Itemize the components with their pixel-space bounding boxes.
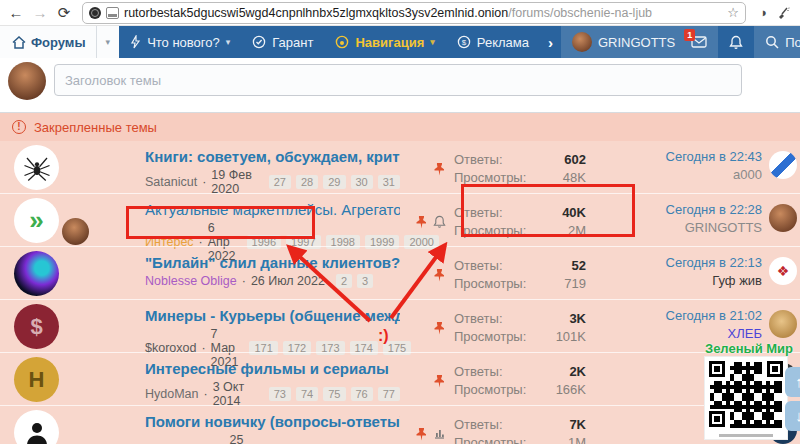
thread-title-input[interactable]: [54, 64, 742, 96]
views-value: 166K: [526, 382, 590, 397]
double-chevron-avatar[interactable]: »: [14, 198, 59, 243]
qr-label: Зеленый Мир: [705, 341, 789, 356]
last-post-time-link[interactable]: Сегодня в 22:13: [590, 255, 762, 270]
last-post-time-link[interactable]: Сегодня в 22:28: [590, 202, 762, 217]
views-label: Просмотры:: [454, 223, 526, 238]
navigation-icon: [335, 35, 349, 49]
page-badge[interactable]: 75: [323, 387, 345, 401]
thread-row: "Билайн" слил данные клиентов? Noblesse …: [0, 246, 800, 299]
recent-poster-avatar[interactable]: [62, 218, 89, 245]
thread-date: 3 Окт 2014: [213, 380, 258, 408]
browser-toolbar: ← → ⟳ rutorbestak5dgucswi5wgd4cnpnlhnbx5…: [0, 0, 800, 26]
page-badge[interactable]: 3: [357, 274, 373, 288]
page-badge[interactable]: 73: [269, 387, 291, 401]
last-poster-avatar[interactable]: ❖: [769, 257, 797, 285]
thread-author-link[interactable]: Satanicut: [145, 175, 197, 189]
nav-forums-tab[interactable]: Форумы: [0, 26, 96, 58]
new-thread-bar: [0, 58, 800, 113]
nav-navigation[interactable]: Навигация ▾: [324, 26, 445, 58]
onion-site-icon: [89, 7, 101, 19]
url-text[interactable]: rutorbestak5dgucswi5wgd4cnpnlhnbx5zlgmxq…: [124, 6, 652, 20]
thread-date: 25 Янв 2015: [230, 433, 258, 444]
forum-navbar: Форумы ▾ Что нового? ▾ Гарант Навигация …: [0, 26, 800, 58]
thread-title-link[interactable]: Минеры - Курьеры (общение между собой): [145, 307, 400, 324]
spider-icon: [22, 153, 52, 183]
views-label: Просмотры:: [454, 276, 526, 291]
shield-icon[interactable]: ◑: [754, 5, 772, 20]
last-post-time-link[interactable]: Сегодня в 22:43: [590, 149, 762, 164]
inbox-button[interactable]: 1: [691, 36, 707, 48]
thread-title-link[interactable]: Интересные фильмы и сериалы: [145, 360, 400, 377]
views-label: Просмотры:: [454, 382, 526, 397]
last-poster-avatar[interactable]: [769, 310, 797, 338]
replies-label: Ответы:: [454, 311, 526, 326]
thread-title-link[interactable]: "Билайн" слил данные клиентов?: [145, 254, 400, 271]
nav-ads[interactable]: $ Реклама: [446, 26, 540, 58]
nav-user-menu[interactable]: GRINGOTTS 1: [561, 26, 718, 58]
pinned-section-header: ! Закрепленные темы: [0, 113, 800, 141]
page-badge[interactable]: 74: [296, 387, 318, 401]
scroll-down-button[interactable]: ↓: [785, 401, 800, 431]
last-post-user: ХЛЕБ: [590, 326, 762, 341]
thread-row: » Актуальные маркетплейсы. Агрегатор нов…: [0, 193, 800, 246]
page-badge[interactable]: 27: [269, 175, 291, 189]
dollar-avatar[interactable]: $: [14, 304, 59, 349]
nav-search[interactable]: Поиск: [754, 26, 800, 58]
page-badge[interactable]: 31: [378, 175, 400, 189]
replies-label: Ответы:: [454, 152, 526, 167]
views-label: Просмотры:: [454, 435, 526, 444]
replies-value: 3K: [526, 311, 590, 326]
address-bar[interactable]: rutorbestak5dgucswi5wgd4cnpnlhnbx5zlgmxq…: [82, 2, 746, 24]
views-value: 48K: [526, 170, 590, 185]
pin-icon: [433, 162, 446, 176]
home-icon: [12, 36, 26, 49]
pin-icon: [433, 374, 446, 388]
dollar-circle-icon: $: [457, 35, 471, 49]
thread-title-link[interactable]: Помоги новичку (вопросы-ответы): [145, 413, 400, 430]
replies-value: 7K: [526, 417, 590, 432]
pin-icon: [415, 427, 428, 441]
unread-badge: 1: [684, 29, 695, 41]
bell-icon: [433, 215, 446, 229]
thread-author-link[interactable]: Noblesse Oblige: [145, 274, 237, 288]
last-post-user: Гуф жив: [590, 273, 762, 288]
page-badge[interactable]: 29: [323, 175, 345, 189]
page-badge[interactable]: 28: [296, 175, 318, 189]
qr-code: [705, 357, 787, 439]
views-value: 719: [526, 276, 590, 291]
thread-title-link[interactable]: Книги: советуем, обсуждаем, критикуем и …: [145, 148, 400, 165]
replies-value: 40K: [526, 205, 590, 220]
spider-avatar[interactable]: [14, 145, 59, 190]
bookmark-star-icon[interactable]: ☆: [727, 5, 739, 20]
page-badge[interactable]: 2: [336, 274, 352, 288]
replies-value: 52: [526, 258, 590, 273]
nav-garant[interactable]: Гарант: [241, 26, 324, 58]
qr-watermark: Зеленый Мир: [705, 341, 789, 439]
reload-icon[interactable]: ⟳: [54, 0, 74, 26]
thread-title-link[interactable]: Актуальные маркетплейсы. Агрегатор новос…: [145, 201, 400, 218]
neon-art-avatar[interactable]: [14, 251, 59, 296]
thread-list: Книги: советуем, обсуждаем, критикуем и …: [0, 141, 800, 444]
thread-row: Книги: советуем, обсуждаем, критикуем и …: [0, 141, 800, 193]
last-poster-avatar[interactable]: [769, 204, 797, 232]
replies-label: Ответы:: [454, 205, 526, 220]
person-avatar[interactable]: [14, 410, 59, 444]
scroll-up-button[interactable]: ↑: [785, 367, 800, 397]
page-badge[interactable]: 76: [351, 387, 373, 401]
alerts-bell-button[interactable]: [718, 26, 754, 58]
last-poster-avatar[interactable]: [769, 151, 797, 179]
nav-expand-chevron[interactable]: ›: [540, 26, 561, 58]
thread-row: H Интересные фильмы и сериалы HydoMan · …: [0, 352, 800, 405]
new-identity-broom-icon[interactable]: [776, 6, 794, 20]
back-icon[interactable]: ←: [6, 0, 26, 26]
nav-whats-new[interactable]: Что нового? ▾: [119, 26, 241, 58]
forward-icon[interactable]: →: [30, 0, 50, 26]
letter-h-avatar[interactable]: H: [14, 357, 59, 402]
last-post-user: a000: [590, 167, 762, 182]
last-post-time-link[interactable]: Сегодня в 21:02: [590, 308, 762, 323]
page-badge[interactable]: 77: [378, 387, 400, 401]
page-badge[interactable]: 30: [351, 175, 373, 189]
thread-author-link[interactable]: HydoMan: [145, 387, 199, 401]
bell-icon: [729, 35, 743, 50]
nav-forums-dropdown[interactable]: ▾: [96, 26, 120, 58]
